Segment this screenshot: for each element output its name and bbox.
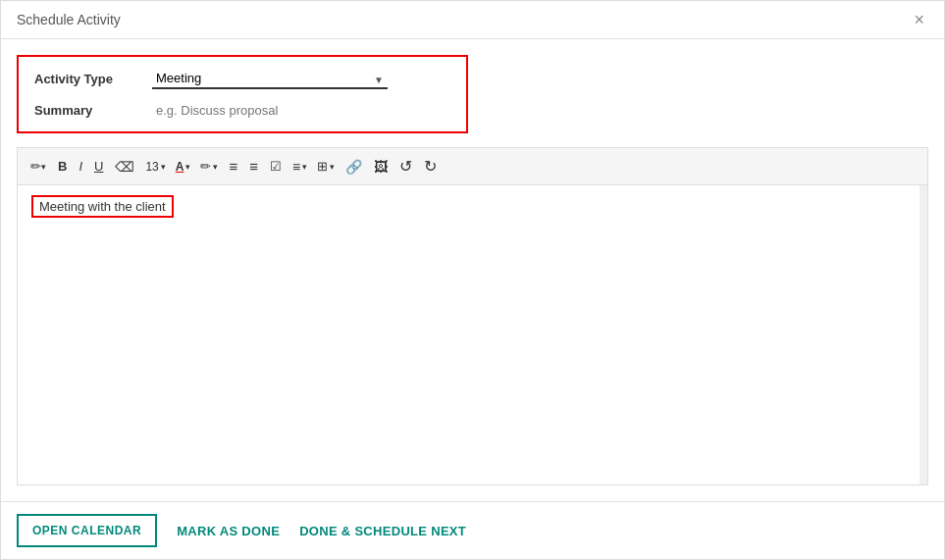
activity-type-select[interactable]: Meeting <box>152 69 388 89</box>
italic-button[interactable]: I <box>74 156 87 177</box>
link-button[interactable]: 🔗 <box>341 156 367 178</box>
dialog-footer: OPEN CALENDAR MARK AS DONE DONE & SCHEDU… <box>1 501 944 559</box>
highlight-dropdown[interactable]: ✏ ▾ <box>196 156 222 177</box>
activity-type-row: Activity Type Meeting <box>34 69 450 89</box>
dialog-body: Activity Type Meeting Summary ✏ ▾ B I <box>1 39 944 501</box>
font-color-dropdown[interactable]: A ▾ <box>172 157 195 177</box>
bullet-list-button[interactable]: ≡ <box>224 155 242 178</box>
done-schedule-next-button[interactable]: DONE & SCHEDULE NEXT <box>299 524 466 538</box>
mark-as-done-button[interactable]: MARK AS DONE <box>177 524 280 538</box>
editor-section: ✏ ▾ B I U ⌫ 13 ▾ A ▾ ✏ ▾ <box>17 147 928 485</box>
open-calendar-button[interactable]: OPEN CALENDAR <box>17 514 157 547</box>
scrollbar[interactable] <box>919 185 927 484</box>
form-section: Activity Type Meeting Summary <box>17 55 468 133</box>
eraser-button[interactable]: ⌫ <box>110 156 139 178</box>
close-button[interactable]: × <box>910 11 928 28</box>
activity-type-select-wrapper[interactable]: Meeting <box>152 69 388 89</box>
dialog-title: Schedule Activity <box>17 12 121 27</box>
summary-label: Summary <box>34 103 142 118</box>
dialog-header: Schedule Activity × <box>1 1 944 39</box>
font-size-dropdown[interactable]: 13 ▾ <box>141 157 169 177</box>
summary-input[interactable] <box>152 101 388 120</box>
toolbar: ✏ ▾ B I U ⌫ 13 ▾ A ▾ ✏ ▾ <box>18 148 927 185</box>
ordered-list-button[interactable]: ≡ <box>244 155 263 178</box>
image-button[interactable]: 🖼 <box>369 156 393 178</box>
underline-button[interactable]: U <box>89 156 108 177</box>
editor-text: Meeting with the client <box>31 195 174 218</box>
activity-type-label: Activity Type <box>34 72 142 86</box>
undo-button[interactable]: ↺ <box>394 154 417 178</box>
summary-row: Summary <box>34 101 450 120</box>
schedule-activity-dialog: Schedule Activity × Activity Type Meetin… <box>0 0 945 560</box>
bold-button[interactable]: B <box>53 156 72 177</box>
checklist-button[interactable]: ☑ <box>265 156 287 177</box>
editor-content[interactable]: Meeting with the client <box>18 185 927 484</box>
align-dropdown[interactable]: ≡ ▾ <box>289 156 311 178</box>
table-dropdown[interactable]: ⊞ ▾ <box>313 156 339 177</box>
pen-tool-button[interactable]: ✏ ▾ <box>26 156 51 177</box>
redo-button[interactable]: ↻ <box>419 154 442 178</box>
